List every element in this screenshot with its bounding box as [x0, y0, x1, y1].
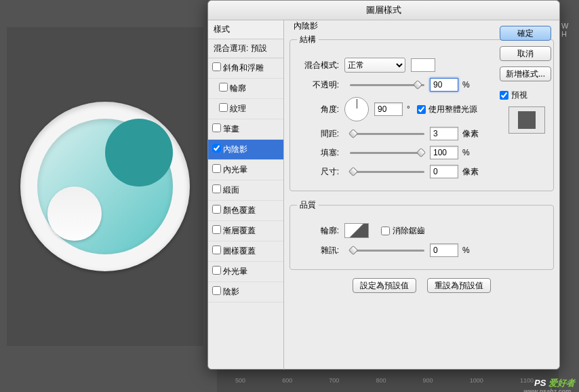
style-checkbox[interactable] — [212, 205, 221, 214]
circle-white — [47, 187, 102, 241]
style-label: 外光暈 — [223, 267, 247, 276]
noise-slider[interactable] — [350, 245, 424, 256]
style-row-10[interactable]: 外光暈 — [208, 262, 283, 282]
contour-label: 輪廓: — [297, 225, 339, 237]
distance-input[interactable] — [430, 127, 458, 140]
watermark: PS 爱好者 www.psahz.com — [534, 377, 575, 389]
blend-mode-label: 混合模式: — [297, 60, 339, 71]
style-row-5[interactable]: 內光暈 — [208, 160, 283, 180]
style-label: 內陰影 — [223, 144, 247, 154]
cancel-button[interactable]: 取消 — [500, 46, 551, 61]
ok-button[interactable]: 確定 — [500, 26, 551, 41]
style-row-8[interactable]: 漸層覆蓋 — [208, 221, 283, 241]
angle-dial[interactable] — [344, 97, 369, 121]
artwork-area — [7, 27, 203, 346]
style-label: 輪廓 — [230, 83, 246, 93]
style-row-3[interactable]: 筆畫 — [208, 119, 283, 140]
style-checkbox[interactable] — [219, 103, 228, 112]
distance-label: 間距: — [297, 128, 339, 140]
noise-unit: % — [462, 246, 470, 255]
style-label: 圖樣覆蓋 — [223, 246, 256, 256]
opacity-slider[interactable] — [350, 79, 424, 90]
style-checkbox[interactable] — [212, 123, 221, 132]
style-row-6[interactable]: 緞面 — [208, 180, 283, 201]
size-slider[interactable] — [350, 166, 424, 177]
global-light-checkbox[interactable] — [417, 105, 426, 114]
style-checkbox[interactable] — [212, 144, 221, 153]
opacity-unit: % — [462, 80, 470, 90]
choke-input[interactable] — [430, 146, 458, 159]
distance-slider[interactable] — [350, 128, 424, 139]
dialog-title: 圖層樣式 — [208, 1, 559, 20]
blend-mode-select[interactable]: 正常 — [344, 58, 405, 73]
quality-group: 品質 輪廓: 消除鋸齒 雜訊: % — [290, 199, 554, 270]
structure-legend: 結構 — [297, 34, 319, 45]
angle-label: 角度: — [297, 104, 339, 115]
make-default-button[interactable]: 設定為預設值 — [353, 278, 416, 293]
new-style-button[interactable]: 新增樣式... — [500, 66, 551, 81]
angle-unit: ° — [407, 104, 410, 114]
opacity-input[interactable] — [430, 78, 458, 92]
right-info-panel: 8 位元 W H — [559, 0, 579, 392]
watermark-url: www.psahz.com — [523, 388, 571, 392]
canvas-background — [0, 0, 217, 392]
quality-legend: 品質 — [297, 199, 319, 211]
antialias-checkbox[interactable] — [381, 227, 390, 235]
preview-thumbnail — [508, 106, 545, 134]
h-label: H — [561, 30, 576, 38]
action-buttons: 確定 取消 新增樣式... 預視 — [500, 26, 554, 134]
styles-header[interactable]: 樣式 — [208, 20, 283, 39]
style-checkbox[interactable] — [212, 62, 221, 71]
style-row-1[interactable]: 輪廓 — [208, 79, 283, 99]
settings-panel: 內陰影 結構 混合模式: 正常 不透明: % — [284, 20, 559, 370]
style-row-9[interactable]: 圖樣覆蓋 — [208, 241, 283, 262]
blend-options-preset[interactable]: 混合選項: 預設 — [208, 39, 283, 58]
angle-input[interactable] — [374, 102, 403, 116]
style-checkbox[interactable] — [212, 266, 221, 275]
layer-style-dialog: 圖層樣式 樣式 混合選項: 預設 斜角和浮雕輪廓紋理筆畫內陰影內光暈緞面顏色覆蓋… — [207, 0, 560, 370]
antialias-label: 消除鋸齒 — [393, 225, 425, 237]
reset-default-button[interactable]: 重設為預設值 — [427, 278, 491, 293]
distance-unit: 像素 — [462, 128, 479, 140]
shadow-color-swatch[interactable] — [411, 58, 435, 72]
style-label: 紋理 — [230, 104, 246, 113]
style-row-0[interactable]: 斜角和浮雕 — [208, 58, 283, 79]
style-row-7[interactable]: 顏色覆蓋 — [208, 201, 283, 221]
style-checkbox[interactable] — [212, 164, 221, 173]
noise-input[interactable] — [430, 243, 458, 257]
circle-dark-teal — [105, 119, 173, 187]
choke-slider[interactable] — [350, 147, 424, 158]
ruler: 50060070080090010001100 — [217, 377, 552, 391]
style-checkbox[interactable] — [212, 184, 221, 193]
size-unit: 像素 — [462, 166, 479, 178]
choke-label: 填塞: — [297, 147, 339, 159]
noise-label: 雜訊: — [297, 245, 339, 256]
contour-picker[interactable] — [344, 223, 369, 238]
preview-label: 預視 — [511, 90, 527, 101]
preview-checkbox[interactable] — [500, 91, 508, 100]
size-label: 尺寸: — [297, 166, 339, 178]
style-label: 緞面 — [223, 185, 239, 195]
size-input[interactable] — [430, 165, 458, 178]
style-label: 斜角和浮雕 — [223, 63, 264, 73]
style-checkbox[interactable] — [212, 225, 221, 234]
opacity-label: 不透明: — [297, 79, 339, 91]
choke-unit: % — [462, 148, 470, 157]
style-label: 內光暈 — [223, 165, 247, 174]
style-label: 陰影 — [223, 287, 239, 296]
section-title: 內陰影 — [294, 20, 318, 32]
w-label: W — [561, 22, 576, 30]
style-label: 顏色覆蓋 — [223, 205, 256, 215]
style-row-4[interactable]: 內陰影 — [208, 140, 283, 160]
style-label: 漸層覆蓋 — [223, 226, 256, 235]
style-list: 樣式 混合選項: 預設 斜角和浮雕輪廓紋理筆畫內陰影內光暈緞面顏色覆蓋漸層覆蓋圖… — [208, 20, 284, 370]
circle-teal — [37, 119, 173, 254]
style-row-11[interactable]: 陰影 — [208, 282, 283, 302]
style-checkbox[interactable] — [212, 286, 221, 295]
style-checkbox[interactable] — [212, 246, 221, 254]
circle-outer — [20, 102, 190, 271]
style-checkbox[interactable] — [219, 83, 228, 92]
global-light-label: 使用整體光源 — [428, 104, 477, 115]
style-row-2[interactable]: 紋理 — [208, 99, 283, 119]
style-label: 筆畫 — [223, 124, 239, 134]
